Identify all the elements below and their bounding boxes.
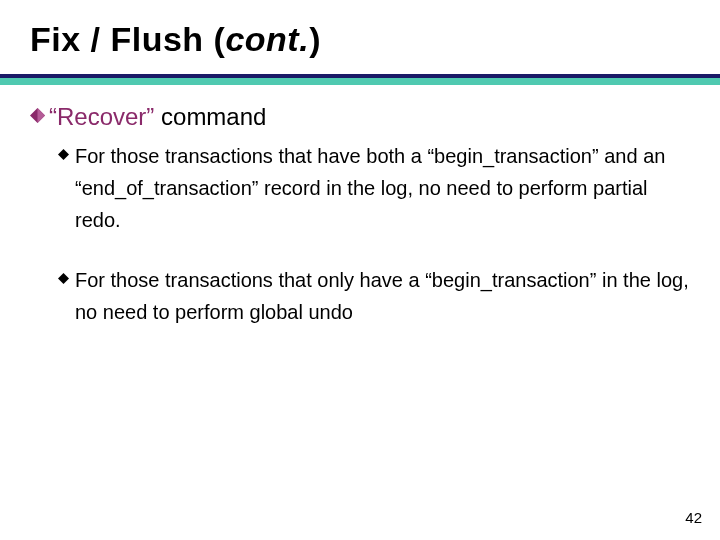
title-rule — [0, 74, 720, 85]
page-number: 42 — [685, 509, 702, 526]
section-heading: “Recover” command — [30, 102, 690, 132]
bullet-list: For those transactions that have both a … — [58, 140, 690, 328]
list-item: For those transactions that only have a … — [58, 264, 690, 328]
list-item-text: For those transactions that have both a … — [75, 140, 690, 236]
list-item: For those transactions that have both a … — [58, 140, 690, 236]
diamond-bullet-icon — [30, 108, 45, 127]
small-diamond-icon — [58, 146, 69, 164]
content-area: “Recover” command For those transactions… — [30, 102, 690, 356]
title-suffix: ) — [309, 20, 321, 58]
title-prefix: Fix / Flush ( — [30, 20, 225, 58]
small-diamond-icon — [58, 270, 69, 288]
list-item-text: For those transactions that only have a … — [75, 264, 690, 328]
section-heading-text: “Recover” command — [49, 102, 266, 132]
section-rest: command — [154, 103, 266, 130]
title-italic: cont. — [225, 20, 309, 58]
slide: Fix / Flush (cont.) “Recover” command — [0, 0, 720, 540]
rule-teal-line — [0, 78, 720, 85]
slide-title: Fix / Flush (cont.) — [30, 20, 321, 59]
section-quoted: “Recover” — [49, 103, 154, 130]
